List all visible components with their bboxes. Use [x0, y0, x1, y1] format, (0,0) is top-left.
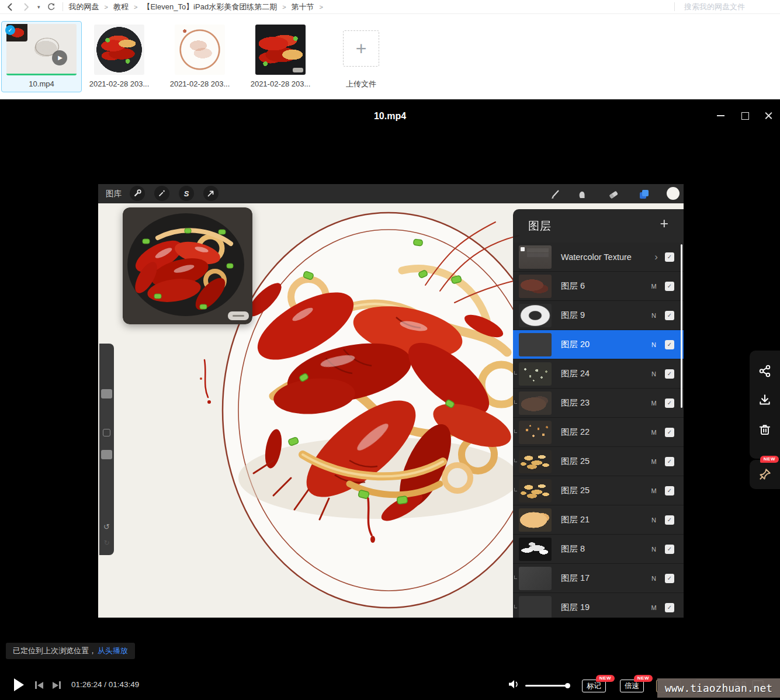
layer-row: 图层 19 › M ✓: [513, 593, 684, 618]
share-icon[interactable]: [758, 364, 772, 378]
layer-blend-mode: M: [649, 429, 659, 436]
layer-row: 图层 21 › N ✓: [513, 505, 684, 535]
layer-visibility-checkbox: ✓: [665, 398, 674, 408]
play-button[interactable]: [14, 678, 24, 691]
layer-name: 图层 25: [561, 485, 649, 496]
layer-row: 图层 9 › N ✓: [513, 301, 684, 330]
file-thumbnail: [255, 25, 306, 75]
video-title: 10.mp4: [0, 111, 780, 122]
minimize-icon[interactable]: [716, 111, 725, 120]
layer-thumbnail: [519, 362, 552, 386]
layer-thumbnail: [519, 421, 552, 444]
next-button[interactable]: [53, 681, 61, 689]
layer-blend-mode: N: [649, 341, 659, 348]
file-card[interactable]: 2021-02-28 203...: [240, 21, 321, 92]
layer-name: 图层 9: [561, 310, 649, 321]
layer-blend-mode: M: [649, 458, 659, 465]
clip-mask-icon: [514, 400, 517, 404]
upload-button[interactable]: + 上传文件: [321, 21, 401, 92]
breadcrumb-item[interactable]: 【Eleven_To】iPad水彩美食团练第二期: [143, 2, 277, 12]
layer-name: 图层 25: [561, 456, 649, 467]
layer-name: Watercolor Texture: [561, 252, 654, 262]
layer-visibility-checkbox: ✓: [665, 428, 674, 437]
layer-thumbnail: [519, 275, 552, 298]
layer-name: 图层 21: [561, 514, 649, 525]
upload-label: 上传文件: [321, 79, 401, 89]
layer-thumbnail: [519, 596, 552, 618]
layer-row: 图层 25 › M ✓: [513, 476, 684, 505]
volume-icon[interactable]: [508, 679, 519, 692]
video-frame-procreate: 图库 S: [98, 184, 684, 618]
group-chevron-icon: ›: [654, 251, 658, 263]
layer-name: 图层 23: [561, 397, 649, 408]
selection-icon: S: [179, 186, 194, 201]
add-layer-icon: +: [660, 215, 668, 232]
breadcrumb-item[interactable]: 教程: [113, 2, 129, 12]
watermark: www.tiaozhuan.net: [657, 678, 780, 698]
layer-visibility-checkbox: ✓: [665, 369, 674, 379]
divider: [674, 2, 675, 11]
layer-row: 图层 8 › N ✓: [513, 535, 684, 564]
file-name: 2021-02-28 203...: [79, 79, 159, 88]
previous-button[interactable]: [35, 681, 43, 689]
file-thumbnail: [6, 24, 77, 75]
volume-knob[interactable]: [565, 683, 570, 688]
pin-icon[interactable]: [758, 467, 772, 481]
layer-visibility-checkbox: ✓: [665, 311, 674, 320]
close-icon[interactable]: [764, 111, 773, 120]
mark-button[interactable]: 标记 NEW: [582, 680, 606, 692]
clip-mask-icon: [514, 576, 517, 579]
breadcrumb-separator: >: [320, 4, 323, 11]
search-input[interactable]: 搜索我的网盘文件: [684, 2, 772, 12]
forward-icon[interactable]: [21, 2, 32, 12]
history-dropdown-icon[interactable]: ▾: [37, 4, 40, 10]
layer-row: 图层 22 › M ✓: [513, 418, 684, 447]
modify-button: [103, 429, 110, 436]
layer-visibility-checkbox: ✓: [665, 603, 674, 612]
layer-blend-mode: N: [649, 312, 659, 319]
layer-thumbnail: [519, 538, 552, 561]
color-swatch-icon: [667, 187, 680, 200]
layer-name: 图层 8: [561, 543, 649, 555]
layer-blend-mode: M: [649, 283, 659, 290]
layer-blend-mode: M: [649, 400, 659, 407]
maximize-icon[interactable]: [740, 111, 749, 120]
layers-panel: 图层 + Watercolor Texture › ✓ 图层 6 › M ✓ 图…: [513, 209, 684, 618]
speed-button[interactable]: 倍速 NEW: [620, 680, 644, 692]
breadcrumb-separator: >: [134, 4, 137, 11]
breadcrumb-separator: >: [105, 4, 108, 11]
layer-row: 图层 6 › M ✓: [513, 272, 684, 301]
breadcrumb-item[interactable]: 我的网盘: [69, 2, 99, 12]
file-thumbnail: [94, 25, 144, 75]
layer-visibility-checkbox: ✓: [665, 574, 674, 583]
file-thumbnail: [175, 25, 225, 75]
file-name: 10.mp4: [2, 79, 81, 88]
file-name: 2021-02-28 203...: [160, 79, 240, 88]
file-strip: ✓ 10.mp4 2021-02-28 203... 2021-02-28 20…: [0, 15, 780, 99]
file-card[interactable]: 2021-02-28 203...: [79, 21, 160, 92]
file-card[interactable]: 2021-02-28 203...: [160, 21, 240, 92]
nav-icons: ▾: [0, 2, 57, 12]
clip-mask-icon: [514, 488, 517, 491]
download-icon[interactable]: [758, 393, 772, 407]
back-icon[interactable]: [5, 2, 15, 12]
volume-slider[interactable]: [525, 685, 568, 687]
opacity-slider: [101, 450, 112, 459]
layer-thumbnail: [519, 479, 552, 503]
refresh-icon[interactable]: [46, 2, 57, 12]
procreate-sidebar: ↺ ↻: [99, 344, 114, 555]
replay-from-start-link[interactable]: 从头播放: [98, 646, 128, 656]
plus-icon: +: [343, 30, 379, 67]
browser-topbar: ▾ 我的网盘 > 教程 > 【Eleven_To】iPad水彩美食团练第二期 >…: [0, 0, 780, 14]
file-card[interactable]: ✓ 10.mp4: [1, 21, 82, 92]
layer-blend-mode: N: [649, 370, 659, 377]
clip-mask-icon: [514, 605, 517, 608]
clip-mask-icon: [514, 429, 517, 433]
selected-check-icon: ✓: [5, 25, 15, 35]
mark-new-badge: NEW: [596, 675, 615, 682]
reference-photo: [123, 207, 252, 324]
toast-text: 已定位到上次浏览位置，: [13, 646, 96, 656]
delete-icon[interactable]: [758, 422, 772, 436]
breadcrumb-item[interactable]: 第十节: [292, 2, 314, 12]
layer-visibility-checkbox: ✓: [665, 252, 674, 262]
